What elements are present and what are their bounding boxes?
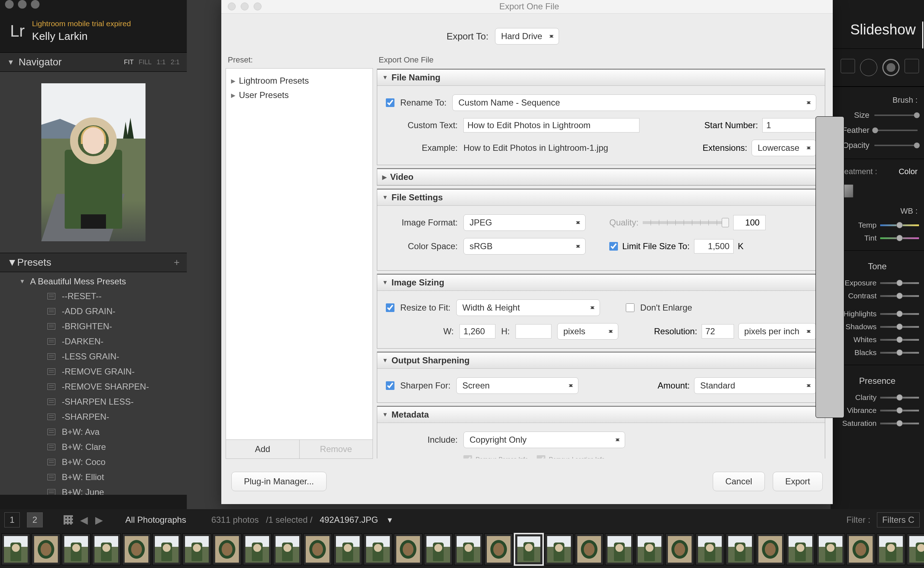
whites-slider[interactable] [880,339,919,341]
file-naming-header[interactable]: ▼File Naming [377,69,825,86]
add-preset-button[interactable]: Add [226,440,299,458]
preset-item[interactable]: -SHARPEN LESS- [0,394,187,409]
metadata-header[interactable]: ▼Metadata [377,406,825,423]
filmstrip-thumb[interactable] [544,533,573,565]
filmstrip[interactable] [0,531,924,568]
extensions-select[interactable]: Lowercase [752,140,816,156]
chevron-down-icon[interactable]: ▾ [388,515,392,525]
height-input[interactable] [516,324,552,338]
image-format-select[interactable]: JPEG [463,215,585,231]
include-select[interactable]: Copyright Only [463,432,625,448]
minimize-icon[interactable] [18,0,27,9]
crop-tool-icon[interactable] [841,59,855,73]
size-unit-select[interactable]: pixels [557,323,618,340]
filmstrip-thumb[interactable] [786,533,815,565]
filmstrip-thumb[interactable] [122,533,151,565]
zoom-icon[interactable] [254,3,262,11]
video-header[interactable]: ▶Video [377,168,825,185]
preset-item[interactable]: -BRIGHTEN- [0,319,187,334]
dialog-scrollbar[interactable] [814,116,821,483]
zoom-fill[interactable]: FILL [139,59,151,66]
filmstrip-thumb[interactable] [243,533,272,565]
image-sizing-header[interactable]: ▼Image Sizing [377,274,825,291]
size-slider[interactable] [874,115,918,116]
filmstrip-thumb[interactable] [394,533,422,565]
preset-item[interactable]: B+W: Coco [0,455,187,470]
filmstrip-thumb[interactable] [303,533,332,565]
color-space-select[interactable]: sRGB [463,238,585,255]
resize-mode-select[interactable]: Width & Height [456,299,600,316]
limit-filesize-input[interactable] [694,239,733,254]
preset-item[interactable]: B+W: Clare [0,440,187,455]
feather-slider[interactable] [874,130,918,131]
sharpen-for-select[interactable]: Screen [456,377,578,394]
filmstrip-thumb[interactable] [92,533,121,565]
rename-template-select[interactable]: Custom Name - Sequence [452,94,816,111]
saturation-slider[interactable] [880,423,919,424]
filmstrip-thumb[interactable] [635,533,664,565]
preset-list[interactable]: ▶Lightroom Presets ▶User Presets [225,68,373,440]
preset-item[interactable]: -ADD GRAIN- [0,304,187,319]
tint-slider[interactable] [880,237,919,239]
filmstrip-thumb[interactable] [32,533,60,565]
collection-name[interactable]: All Photographs [126,515,186,525]
exposure-slider[interactable] [880,282,919,284]
filmstrip-thumb[interactable] [454,533,483,565]
treatment-value[interactable]: Color [898,167,918,176]
output-sharpening-header[interactable]: ▼Output Sharpening [377,352,825,369]
filmstrip-thumb[interactable] [605,533,634,565]
presets-panel-header[interactable]: ▼ Presets + [0,253,187,272]
quality-value[interactable]: 100 [733,215,765,230]
filmstrip-thumb[interactable] [424,533,453,565]
secondary-display-2[interactable]: 2 [27,512,42,527]
grid-view-icon[interactable] [64,515,73,524]
filmstrip-thumb[interactable] [2,533,30,565]
resize-to-fit-checkbox[interactable] [386,304,395,312]
start-number-input[interactable] [762,118,816,133]
resolution-unit-select[interactable]: pixels per inch [738,323,816,340]
filmstrip-thumb[interactable] [877,533,905,565]
contrast-slider[interactable] [880,295,919,297]
zoom-icon[interactable] [31,0,39,9]
filmstrip-thumb[interactable] [213,533,241,565]
filmstrip-thumb[interactable] [816,533,845,565]
shadows-slider[interactable] [880,326,919,328]
plugin-manager-button[interactable]: Plug-in Manager... [231,472,327,491]
filmstrip-thumb[interactable] [273,533,302,565]
export-sections-scroll[interactable]: ▼File Naming Rename To: Custom Name - Se… [377,68,829,459]
filters-toggle[interactable]: Filters C [877,512,920,527]
limit-filesize-checkbox[interactable] [609,242,618,251]
preset-item[interactable]: B+W: June [0,485,187,495]
filmstrip-thumb[interactable] [484,533,513,565]
sharpen-for-checkbox[interactable] [386,381,395,390]
preset-group[interactable]: ▼A Beautiful Mess Presets [0,272,187,289]
preset-item[interactable]: B+W: Elliot [0,470,187,485]
preset-item[interactable]: -DARKEN- [0,334,187,349]
export-to-select[interactable]: Hard Drive [495,28,560,45]
dont-enlarge-checkbox[interactable] [626,304,634,312]
spot-tool-icon[interactable] [860,59,877,76]
forward-arrow-icon[interactable]: ▶ [95,514,103,526]
navigator-panel-header[interactable]: ▼ Navigator FIT FILL 1:1 2:1 [0,53,187,72]
preset-item[interactable]: -REMOVE GRAIN- [0,364,187,379]
filmstrip-thumb[interactable] [364,533,392,565]
filmstrip-thumb[interactable] [696,533,724,565]
close-icon[interactable] [228,3,236,11]
filmstrip-thumb[interactable] [183,533,211,565]
minimize-icon[interactable] [241,3,249,11]
navigator-preview-image[interactable] [41,83,145,241]
rename-to-checkbox[interactable] [386,98,395,107]
preset-folder[interactable]: ▶User Presets [231,88,367,102]
blacks-slider[interactable] [880,352,919,353]
secondary-display-1[interactable]: 1 [4,512,20,527]
filmstrip-thumb[interactable] [152,533,181,565]
preset-item[interactable]: -LESS GRAIN- [0,349,187,364]
resolution-input[interactable] [702,324,734,338]
width-input[interactable] [460,324,495,338]
preset-item[interactable]: -REMOVE SHARPEN- [0,379,187,394]
filmstrip-thumb[interactable] [62,533,91,565]
preset-folder[interactable]: ▶Lightroom Presets [231,74,367,88]
preset-item[interactable]: -SHARPEN- [0,409,187,424]
brush-tool-icon[interactable] [904,59,919,73]
zoom-1to1[interactable]: 1:1 [157,59,166,66]
